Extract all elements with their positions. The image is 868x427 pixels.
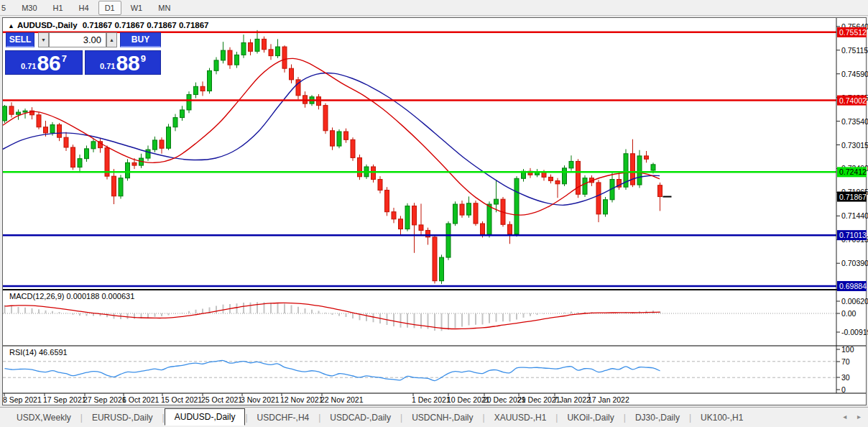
volume-increase-button[interactable]: ▲ bbox=[106, 32, 117, 47]
date-axis-label: 1 Dec 2021 bbox=[412, 395, 451, 404]
buy-price-box[interactable]: 0.71889 bbox=[85, 50, 161, 75]
tab-ukoil-daily[interactable]: UKOil-,Daily bbox=[558, 409, 623, 426]
buy-button[interactable]: BUY bbox=[120, 32, 161, 47]
macd-name: MACD(12,26,9) bbox=[9, 292, 64, 300]
timeframe-button-m30[interactable]: M30 bbox=[15, 1, 43, 15]
date-axis-label: 12 Nov 2021 bbox=[280, 395, 323, 404]
price-tick-label: 0.75115 bbox=[841, 46, 868, 55]
tab-audusd-daily[interactable]: AUDUSD-,Daily bbox=[165, 408, 246, 426]
sell-price-big: 86 bbox=[37, 52, 60, 74]
level-label-0.72412: 0.72412 bbox=[839, 167, 867, 176]
timeframe-button-mn[interactable]: MN bbox=[152, 1, 177, 15]
price-tick-label: 0.73540 bbox=[841, 117, 868, 126]
date-axis-label: 3 Nov 2021 bbox=[241, 395, 280, 404]
rsi-indicator-label: RSI(14) 46.6591 bbox=[9, 348, 68, 357]
tab-uk100-h1[interactable]: UK100-,H1 bbox=[691, 409, 752, 426]
date-axis-label: 6 Oct 2021 bbox=[122, 395, 160, 404]
volume-input[interactable] bbox=[49, 32, 106, 47]
macd-axis-label: 0.00 bbox=[841, 309, 857, 318]
rsi-axis-label: 30 bbox=[841, 373, 850, 382]
sell-price-prefix: 0.71 bbox=[21, 62, 36, 70]
tab-usdcnh-daily[interactable]: USDCNH-,Daily bbox=[402, 409, 482, 426]
chart-ohlc-quotes: 0.71867 0.71867 0.71867 0.71867 bbox=[83, 21, 209, 29]
level-label-0.71013: 0.71013 bbox=[839, 231, 867, 239]
timeframe-button-w1[interactable]: W1 bbox=[124, 1, 149, 15]
tab-dj30-daily[interactable]: DJ30-,Daily bbox=[626, 409, 689, 426]
rsi-axis-label: 100 bbox=[841, 345, 854, 354]
chart-tab-bar: USDX,Weekly|EURUSD-,Daily|AUDUSD-,Daily|… bbox=[0, 407, 868, 427]
volume-decrease-button[interactable]: ▼ bbox=[38, 32, 49, 47]
timeframe-button-5[interactable]: 5 bbox=[0, 1, 12, 15]
one-click-trading-panel: SELL ▼ ▲ BUY 0.71867 0.71889 bbox=[5, 32, 162, 75]
buy-price-pip: 9 bbox=[141, 53, 146, 64]
collapse-triangle-icon[interactable]: ▲ bbox=[8, 22, 14, 29]
macd-signal-line bbox=[5, 303, 660, 329]
date-axis-label: 17 Sep 2021 bbox=[43, 395, 86, 404]
timeframe-button-h4[interactable]: H4 bbox=[73, 1, 96, 15]
timeframe-toolbar: 5M30H1H4D1W1MN bbox=[0, 0, 868, 16]
tab-usdcad-daily[interactable]: USDCAD-,Daily bbox=[320, 409, 400, 426]
chart-symbol-label: AUDUSD-,Daily bbox=[17, 21, 78, 29]
tab-scroll-arrows[interactable]: ◂ ▸ bbox=[843, 413, 865, 421]
triangle-up-icon: ▲ bbox=[109, 37, 114, 42]
sell-button[interactable]: SELL bbox=[6, 32, 34, 47]
price-tick-label: 0.70390 bbox=[841, 259, 868, 267]
buy-price-big: 88 bbox=[116, 52, 139, 74]
tab-xauusd-h1[interactable]: XAUUSD-,H1 bbox=[485, 409, 556, 426]
triangle-down-icon: ▼ bbox=[41, 37, 46, 42]
rsi-axis-label: 0 bbox=[841, 385, 846, 394]
tab-usdx-weekly[interactable]: USDX,Weekly bbox=[7, 409, 80, 426]
date-axis-label: 25 Oct 2021 bbox=[201, 395, 242, 404]
price-tick-label: 0.74590 bbox=[841, 70, 868, 78]
tab-usdchf-h4[interactable]: USDCHF-,H4 bbox=[248, 409, 319, 426]
price-tick-label: 0.73015 bbox=[841, 141, 868, 150]
date-axis-label: 8 Sep 2021 bbox=[3, 395, 42, 404]
rsi-axis-label: 70 bbox=[841, 357, 850, 366]
buy-price-prefix: 0.71 bbox=[100, 62, 115, 70]
macd-values: 0.000188 0.000631 bbox=[66, 292, 134, 300]
price-tick-label: 0.71440 bbox=[841, 211, 868, 220]
sell-price-pip: 7 bbox=[62, 53, 67, 64]
date-axis-label: 22 Nov 2021 bbox=[320, 395, 364, 404]
date-axis-label: 27 Sep 2021 bbox=[83, 395, 126, 404]
date-axis-label: 17 Jan 2022 bbox=[588, 395, 629, 404]
level-label-0.74002: 0.74002 bbox=[839, 96, 867, 105]
chart-title: ▲AUDUSD-,Daily0.71867 0.71867 0.71867 0.… bbox=[8, 21, 209, 29]
macd-axis-label: 0.006201 bbox=[841, 297, 868, 306]
date-axis-label: 7 Jan 2022 bbox=[553, 395, 591, 404]
sell-price-box[interactable]: 0.71867 bbox=[5, 50, 83, 75]
rsi-name: RSI(14) bbox=[9, 348, 37, 357]
timeframe-button-d1[interactable]: D1 bbox=[98, 1, 121, 15]
tab-eurusd-daily[interactable]: EURUSD-,Daily bbox=[83, 409, 162, 426]
level-label-0.75512: 0.75512 bbox=[839, 28, 867, 37]
level-label-0.69884: 0.69884 bbox=[839, 282, 867, 290]
timeframe-button-h1[interactable]: H1 bbox=[47, 1, 70, 15]
macd-axis-label: -0.009197 bbox=[841, 328, 868, 336]
date-axis-label: 15 Oct 2021 bbox=[161, 395, 202, 404]
macd-indicator-label: MACD(12,26,9) 0.000188 0.000631 bbox=[9, 292, 134, 300]
rsi-value: 46.6591 bbox=[39, 348, 68, 357]
current-price-label: 0.71867 bbox=[839, 193, 867, 201]
